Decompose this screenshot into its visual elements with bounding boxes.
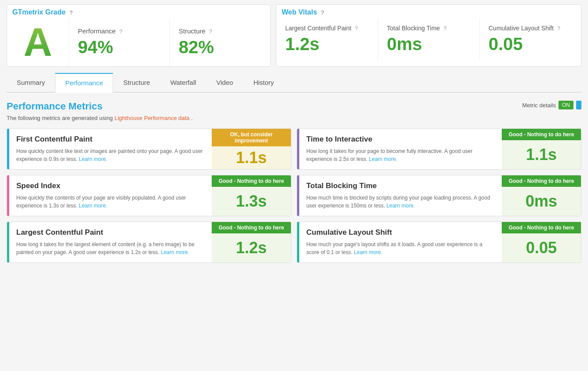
- metric-learn-more-fcp[interactable]: Learn more.: [79, 156, 107, 162]
- metric-name-si: Speed Index: [16, 182, 206, 190]
- tab-waterfall[interactable]: Waterfall: [160, 73, 206, 93]
- lcp-vital: Largest Contentful Paint ? 1.2s: [276, 18, 378, 61]
- structure-metric: Structure ? 82%: [169, 18, 270, 66]
- metric-learn-more-tbt[interactable]: Learn more.: [386, 203, 415, 209]
- metric-badge-lcp: Good - Nothing to do here: [212, 222, 291, 233]
- metric-details-label: Metric details: [522, 102, 556, 109]
- metric-badge-cls: Good - Nothing to do here: [502, 222, 581, 233]
- metric-value-tti: 1.1s: [526, 145, 557, 164]
- metric-badge-fcp: OK, but consider improvement: [212, 129, 291, 146]
- metric-desc-tti: How long it takes for your page to becom…: [306, 147, 496, 163]
- metric-desc-si: How quickly the contents of your page ar…: [16, 194, 206, 210]
- metric-card-tti: Time to Interactive How long it takes fo…: [297, 128, 581, 170]
- metric-value-box-fcp: 1.1s: [212, 146, 291, 169]
- metric-card-tbt: Total Blocking Time How much time is blo…: [297, 175, 581, 216]
- tab-video[interactable]: Video: [206, 73, 243, 93]
- cls-value: 0.05: [489, 34, 572, 54]
- lcp-value: 1.2s: [285, 34, 369, 54]
- metric-value-box-tti: 1.1s: [502, 140, 581, 169]
- cls-vital: Cumulative Layout Shift ? 0.05: [479, 18, 581, 61]
- tab-structure[interactable]: Structure: [113, 73, 160, 93]
- metric-desc-tbt: How much time is blocked by scripts duri…: [306, 194, 496, 210]
- grade-letter: A: [24, 22, 52, 62]
- metric-details-on-button[interactable]: ON: [559, 101, 573, 109]
- web-vitals-title: Web Vitals: [282, 8, 317, 16]
- metrics-grid: First Contentful Paint How quickly conte…: [7, 128, 581, 263]
- metric-value-si: 1.3s: [236, 192, 267, 211]
- metric-badge-tti: Good - Nothing to do here: [502, 129, 581, 140]
- performance-value: 94%: [78, 37, 161, 57]
- metric-learn-more-si[interactable]: Learn more.: [79, 203, 107, 209]
- metric-learn-more-tti[interactable]: Learn more.: [369, 156, 397, 162]
- performance-help-icon[interactable]: ?: [119, 28, 122, 35]
- structure-value: 82%: [179, 37, 261, 57]
- metric-value-box-tbt: 0ms: [502, 187, 581, 216]
- metric-name-fcp: First Contentful Paint: [16, 135, 206, 144]
- metric-badge-si: Good - Nothing to do here: [212, 175, 291, 187]
- gtmetrix-grade-title: GTmetrix Grade: [12, 8, 66, 16]
- cls-label: Cumulative Layout Shift: [489, 25, 554, 32]
- metric-name-lcp: Largest Contentful Paint: [16, 228, 206, 237]
- tbt-value: 0ms: [387, 34, 470, 54]
- section-desc: The following metrics are generated usin…: [7, 115, 193, 121]
- performance-metric: Performance ? 94%: [69, 18, 169, 66]
- structure-help-icon[interactable]: ?: [209, 28, 212, 35]
- web-vitals-help-icon[interactable]: ?: [321, 9, 324, 16]
- structure-label: Structure: [179, 27, 206, 35]
- lcp-help-icon[interactable]: ?: [355, 25, 358, 32]
- metric-learn-more-lcp[interactable]: Learn more.: [161, 249, 189, 255]
- metric-value-box-si: 1.3s: [212, 187, 291, 216]
- metric-value-box-lcp: 1.2s: [212, 233, 291, 262]
- lighthouse-link[interactable]: Lighthouse Performance data: [114, 115, 190, 121]
- metric-value-fcp: 1.1s: [236, 149, 267, 167]
- metric-value-cls: 0.05: [526, 239, 557, 257]
- tbt-label: Total Blocking Time: [387, 25, 440, 32]
- metric-desc-lcp: How long it takes for the largest elemen…: [16, 240, 206, 256]
- lcp-label: Largest Contentful Paint: [285, 25, 351, 32]
- tab-history[interactable]: History: [243, 73, 284, 93]
- metric-card-si: Speed Index How quickly the contents of …: [7, 175, 291, 216]
- metric-value-lcp: 1.2s: [236, 239, 267, 257]
- metric-name-tbt: Total Blocking Time: [306, 182, 496, 190]
- gtmetrix-grade-help-icon[interactable]: ?: [69, 9, 73, 16]
- tab-performance[interactable]: Performance: [55, 73, 113, 93]
- metric-desc-fcp: How quickly content like text or images …: [16, 147, 206, 163]
- metric-card-cls: Cumulative Layout Shift How much your pa…: [297, 222, 581, 263]
- metric-badge-tbt: Good - Nothing to do here: [502, 175, 581, 187]
- metric-card-fcp: First Contentful Paint How quickly conte…: [7, 128, 291, 170]
- tabs-container: Summary Performance Structure Waterfall …: [7, 73, 581, 93]
- tab-summary[interactable]: Summary: [7, 73, 55, 93]
- performance-label: Performance: [78, 27, 116, 35]
- metric-learn-more-cls[interactable]: Learn more.: [354, 249, 382, 255]
- cls-help-icon[interactable]: ?: [557, 25, 560, 32]
- tbt-vital: Total Blocking Time ? 0ms: [378, 18, 479, 61]
- metric-name-tti: Time to Interactive: [306, 135, 496, 144]
- performance-section: Performance Metrics The following metric…: [7, 101, 581, 263]
- toggle-bar: [576, 101, 581, 109]
- metric-value-box-cls: 0.05: [502, 233, 581, 262]
- metric-card-lcp: Largest Contentful Paint How long it tak…: [7, 222, 291, 263]
- metric-name-cls: Cumulative Layout Shift: [306, 228, 496, 237]
- metric-value-tbt: 0ms: [526, 192, 557, 211]
- section-title: Performance Metrics: [7, 101, 193, 112]
- metric-details-toggle: Metric details ON: [522, 101, 581, 109]
- metric-desc-cls: How much your page's layout shifts as it…: [306, 240, 496, 256]
- tbt-help-icon[interactable]: ?: [444, 25, 447, 32]
